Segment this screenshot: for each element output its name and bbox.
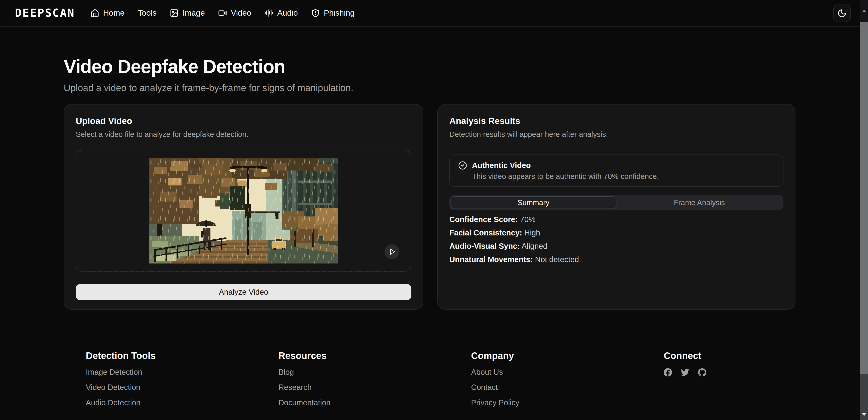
video-camera-icon [218,8,227,18]
nav-label: Tools [138,8,157,18]
footer-heading: Resources [278,350,471,361]
facebook-icon [664,368,672,377]
home-icon [90,8,99,18]
twitter-link[interactable] [681,368,689,377]
results-card-title: Analysis Results [450,116,783,127]
nav-label: Home [103,8,125,18]
page-title: Video Deepfake Detection [64,55,796,78]
metric-confidence-score: Confidence Score: 70% [450,213,783,226]
nav-label: Phishing [324,8,355,18]
footer-heading: Connect [664,350,856,361]
upload-card-subtitle: Select a video file to analyze for deepf… [76,130,411,138]
nav-item-image[interactable]: Image [170,8,205,18]
metric-value: High [524,229,540,237]
footer-link-contact[interactable]: Contact [471,383,664,391]
tab-summary[interactable]: Summary [451,196,616,209]
twitter-icon [681,368,689,377]
theme-toggle-button[interactable] [833,4,851,22]
page-subtitle: Upload a video to analyze it frame-by-fr… [64,82,796,95]
footer-heading: Detection Tools [86,350,278,361]
nav-label: Image [183,8,205,18]
footer-column-resources: Resources Blog Research Documentation [278,350,471,414]
moon-icon [837,8,847,18]
footer-grid: Detection Tools Image Detection Video De… [86,350,860,414]
results-card-subtitle: Detection results will appear here after… [450,130,783,138]
image-icon [170,8,179,18]
results-tabs: Summary Frame Analysis [450,195,783,210]
footer-link-documentation[interactable]: Documentation [278,399,471,407]
metric-facial-consistency: Facial Consistency: High [450,226,783,240]
analysis-results-card: Analysis Results Detection results will … [437,104,796,310]
github-icon [698,368,706,377]
summary-metrics: Confidence Score: 70% Facial Consistency… [450,213,783,266]
scroll-up-arrow-icon [862,9,866,12]
check-circle-icon [458,161,467,170]
metric-audio-visual-sync: Audio-Visual Sync: Aligned [450,240,783,253]
metric-label: Confidence Score: [450,215,518,224]
nav-item-video[interactable]: Video [218,8,251,18]
scroll-down-arrow-icon [862,413,866,416]
metric-unnatural-movements: Unnatural Movements: Not detected [450,253,783,266]
main-nav: Home Tools Image Video Audio Phishing [90,8,355,18]
footer-link-about-us[interactable]: About Us [471,368,664,377]
nav-item-tools[interactable]: Tools [138,8,157,18]
audio-waveform-icon [265,8,273,18]
authentic-video-alert: Authentic Video This video appears to be… [450,154,783,187]
alert-title: Authentic Video [472,161,775,170]
app-viewport: DEEPSCAN Home Tools Image Video Audio [0,0,868,420]
navbar: DEEPSCAN Home Tools Image Video Audio [0,0,860,27]
footer-column-detection-tools: Detection Tools Image Detection Video De… [86,350,278,414]
footer-link-video-detection[interactable]: Video Detection [86,383,278,391]
nav-item-audio[interactable]: Audio [265,8,298,18]
footer-link-research[interactable]: Research [278,383,471,391]
social-links [664,368,856,377]
nav-label: Video [231,8,251,18]
nav-item-home[interactable]: Home [90,8,125,18]
play-button[interactable] [384,244,399,259]
cards-grid: Upload Video Select a video file to anal… [64,104,796,310]
upload-video-card: Upload Video Select a video file to anal… [64,104,424,310]
footer-link-audio-detection[interactable]: Audio Detection [86,399,278,407]
shield-alert-icon [311,8,320,18]
footer: Detection Tools Image Detection Video De… [0,337,860,420]
nav-item-phishing[interactable]: Phishing [311,8,355,18]
footer-column-company: Company About Us Contact Privacy Policy [471,350,664,414]
app-logo: DEEPSCAN [15,6,75,20]
analyze-video-button[interactable]: Analyze Video [76,284,411,300]
video-thumbnail[interactable] [149,158,338,264]
metric-label: Unnatural Movements: [450,255,533,264]
metric-label: Facial Consistency: [450,229,522,237]
upload-card-title: Upload Video [76,116,411,127]
tab-frame-analysis[interactable]: Frame Analysis [616,196,782,209]
scrollbar-thumb[interactable] [860,22,868,374]
facebook-link[interactable] [664,368,672,377]
video-dropzone[interactable] [76,150,411,272]
main-content: Video Deepfake Detection Upload a video … [64,27,796,310]
alert-description: This video appears to be authentic with … [472,173,775,180]
footer-heading: Company [471,350,664,361]
footer-link-image-detection[interactable]: Image Detection [86,368,278,377]
vertical-scrollbar[interactable] [860,0,868,420]
metric-value: Aligned [522,242,547,250]
metric-value: 70% [520,215,535,224]
scrollbar-up-button[interactable] [860,0,868,22]
nav-label: Audio [277,8,298,18]
github-link[interactable] [698,368,706,377]
metric-value: Not detected [535,255,579,264]
metric-label: Audio-Visual Sync: [450,242,520,250]
footer-link-blog[interactable]: Blog [278,368,471,377]
scrollbar-down-button[interactable] [860,409,868,420]
footer-link-privacy-policy[interactable]: Privacy Policy [471,399,664,407]
play-icon [389,248,396,256]
footer-column-connect: Connect [664,350,856,414]
